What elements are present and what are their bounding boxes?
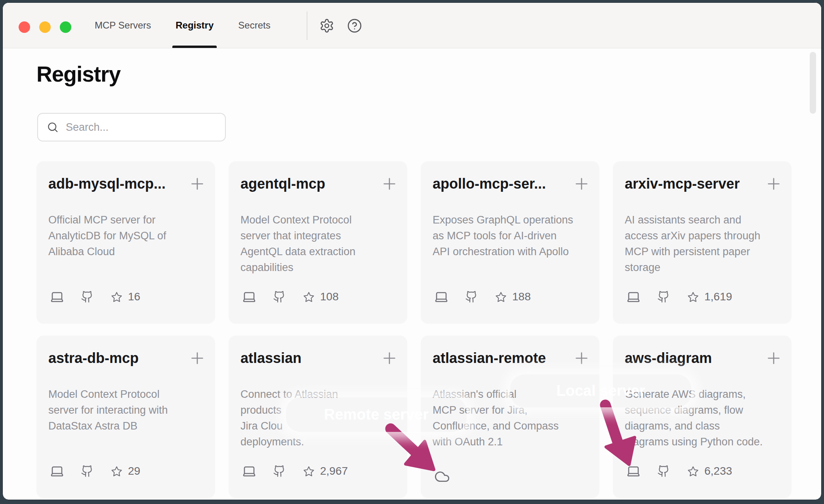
server-description: Model Context Protocol server that integ… (240, 212, 398, 275)
laptop-icon[interactable] (242, 464, 256, 478)
add-server-button[interactable] (572, 349, 591, 367)
add-server-button[interactable] (188, 175, 206, 193)
settings-button[interactable] (319, 18, 334, 33)
server-name: aws-diagram (625, 350, 760, 367)
star-icon (111, 466, 122, 477)
titlebar: MCP Servers Registry Secrets (3, 3, 821, 48)
server-name: astra-db-mcp (48, 350, 183, 367)
server-description: Official MCP server for AnalyticDB for M… (48, 212, 206, 260)
add-server-button[interactable] (380, 349, 399, 367)
server-card-footer: 1,619 (626, 288, 732, 305)
plus-icon (188, 175, 206, 193)
zoom-button[interactable] (60, 21, 71, 33)
star-count: 2,967 (320, 465, 348, 477)
github-icon[interactable] (273, 465, 286, 477)
plus-icon (572, 175, 591, 193)
help-icon (347, 18, 362, 33)
github-icon[interactable] (81, 465, 93, 477)
laptop-icon[interactable] (50, 290, 64, 304)
scrollbar-thumb[interactable] (810, 52, 816, 114)
main-tabs: MCP Servers Registry Secrets (93, 3, 272, 48)
github-icon[interactable] (657, 290, 670, 303)
github-icon[interactable] (465, 290, 478, 303)
add-server-button[interactable] (188, 349, 206, 367)
plus-icon (380, 349, 399, 367)
server-card-footer: 188 (434, 288, 531, 305)
star-count: 29 (128, 465, 140, 477)
server-description: Model Context Protocol server for intera… (48, 386, 206, 434)
star-icon (303, 466, 315, 477)
search-input[interactable] (65, 121, 217, 134)
cloud-icon (434, 469, 450, 485)
plus-icon (572, 349, 591, 367)
star-icon (687, 466, 699, 477)
server-card-footer: 108 (242, 288, 339, 305)
server-card-footer: 29 (50, 462, 140, 480)
star-count: 1,619 (704, 290, 732, 303)
server-name: apollo-mcp-ser... (433, 176, 568, 192)
github-icon[interactable] (81, 290, 93, 303)
plus-icon (765, 349, 783, 367)
laptop-icon[interactable] (626, 290, 641, 304)
github-icon[interactable] (657, 465, 670, 477)
server-card: agentql-mcp Model Context Protocol serve… (229, 161, 407, 324)
titlebar-divider (307, 11, 307, 40)
star-count: 6,233 (704, 465, 732, 477)
server-card-footer: 16 (50, 288, 140, 305)
search-box (37, 113, 226, 141)
plus-icon (188, 349, 206, 367)
server-description: AI assistants search and access arXiv pa… (625, 212, 782, 275)
add-server-button[interactable] (572, 175, 591, 193)
local-server-callout: Local server (510, 374, 691, 407)
plus-icon (380, 175, 399, 193)
laptop-icon[interactable] (626, 464, 641, 478)
remote-server-callout: Remote server (286, 397, 467, 432)
star-icon (687, 291, 699, 303)
star-icon (303, 291, 315, 303)
registry-card-grid: adb-mysql-mcp... Official MCP server for… (36, 161, 792, 498)
github-icon[interactable] (273, 290, 286, 303)
star-icon (495, 291, 507, 303)
server-card: arxiv-mcp-server AI assistants search an… (613, 161, 792, 324)
server-name: arxiv-mcp-server (625, 176, 760, 192)
server-name: adb-mysql-mcp... (48, 176, 183, 192)
window-controls (19, 21, 71, 33)
star-count: 108 (320, 290, 339, 303)
laptop-icon[interactable] (50, 464, 64, 478)
server-card: adb-mysql-mcp... Official MCP server for… (36, 161, 215, 324)
screen: MCP Servers Registry Secrets (0, 0, 824, 504)
close-button[interactable] (19, 21, 30, 33)
page-title: Registry (36, 61, 120, 87)
search-icon (47, 121, 59, 133)
minimize-button[interactable] (39, 21, 51, 33)
star-icon (111, 291, 122, 303)
tab-secrets[interactable]: Secrets (237, 3, 272, 48)
server-name: atlassian (240, 350, 376, 367)
server-description: Exposes GraphQL operations as MCP tools … (433, 212, 590, 260)
gear-icon (319, 18, 334, 33)
add-server-button[interactable] (765, 349, 783, 367)
server-card: apollo-mcp-ser... Exposes GraphQL operat… (421, 161, 599, 324)
server-card: aws-diagram Generate AWS diagrams, seque… (613, 336, 792, 498)
server-name: agentql-mcp (240, 176, 376, 192)
tab-mcp-servers[interactable]: MCP Servers (93, 3, 153, 48)
server-card: astra-db-mcp Model Context Protocol serv… (36, 336, 215, 498)
help-button[interactable] (347, 18, 362, 33)
add-server-button[interactable] (765, 175, 783, 193)
star-count: 188 (512, 290, 531, 303)
star-count: 16 (128, 290, 140, 303)
server-card-footer: 6,233 (626, 462, 732, 480)
tab-registry[interactable]: Registry (174, 3, 215, 48)
server-card-footer: 2,967 (242, 462, 348, 480)
add-server-button[interactable] (380, 175, 399, 193)
laptop-icon[interactable] (434, 290, 448, 304)
plus-icon (765, 175, 783, 193)
server-card-footer (434, 469, 450, 485)
server-name: atlassian-remote (433, 350, 568, 367)
laptop-icon[interactable] (242, 290, 256, 304)
